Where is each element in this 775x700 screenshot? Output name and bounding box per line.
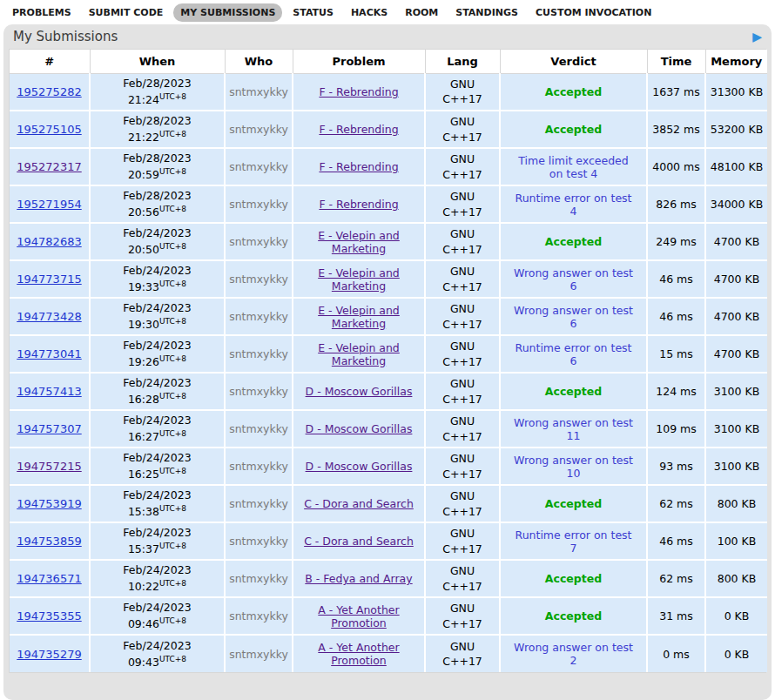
- problem-link[interactable]: D - Moscow Gorillas: [306, 460, 413, 473]
- language-label: GNU C++17: [442, 602, 482, 630]
- submission-time-cell: 124 ms: [647, 373, 705, 410]
- user-handle-link[interactable]: sntmxykky: [229, 535, 288, 548]
- execution-time: 62 ms: [659, 497, 693, 510]
- user-handle-link[interactable]: sntmxykky: [229, 497, 288, 510]
- problem-link[interactable]: A - Yet Another Promotion: [318, 641, 399, 667]
- submission-lang-cell: GNU C++17: [425, 335, 500, 373]
- problem-link[interactable]: F - Rebrending: [319, 160, 398, 173]
- expand-arrow-icon[interactable]: ▶: [752, 30, 762, 43]
- submission-problem-cell: F - Rebrending: [293, 73, 425, 111]
- nav-item-problems[interactable]: PROBLEMS: [5, 3, 78, 22]
- user-handle-link[interactable]: sntmxykky: [229, 422, 288, 435]
- submission-id-link[interactable]: 194757413: [17, 385, 81, 398]
- submission-time: 15:37UTC+8: [94, 541, 220, 558]
- user-handle-link[interactable]: sntmxykky: [229, 235, 288, 248]
- language-label: GNU C++17: [442, 115, 482, 144]
- user-handle-link[interactable]: sntmxykky: [229, 310, 288, 323]
- user-handle-link[interactable]: sntmxykky: [229, 460, 288, 473]
- page-title: My Submissions: [13, 29, 118, 44]
- timezone-label: UTC+8: [159, 354, 186, 363]
- user-handle-link[interactable]: sntmxykky: [229, 123, 288, 136]
- submission-when: Feb/28/2023 21:22UTC+8: [94, 112, 220, 146]
- user-handle-link[interactable]: sntmxykky: [229, 572, 288, 585]
- problem-link[interactable]: D - Moscow Gorillas: [306, 385, 413, 398]
- nav-item-room[interactable]: ROOM: [398, 3, 445, 22]
- submission-id-link[interactable]: 195275282: [17, 85, 81, 98]
- nav-item-submit-code[interactable]: SUBMIT CODE: [82, 3, 171, 22]
- nav-item-custom-invocation[interactable]: CUSTOM INVOCATION: [529, 3, 658, 22]
- problem-link[interactable]: A - Yet Another Promotion: [318, 603, 399, 629]
- user-handle-link[interactable]: sntmxykky: [229, 347, 288, 360]
- submission-id-link[interactable]: 195271954: [17, 198, 81, 211]
- user-handle-link[interactable]: sntmxykky: [229, 160, 288, 173]
- timezone-label: UTC+8: [159, 317, 186, 326]
- submission-problem-cell: C - Dora and Search: [293, 485, 425, 522]
- submission-memory-cell: 48100 KB: [705, 148, 767, 185]
- user-handle-link[interactable]: sntmxykky: [229, 273, 288, 286]
- submission-when-cell: Feb/24/2023 16:28UTC+8: [90, 373, 225, 410]
- submission-id-cell: 195275282: [10, 73, 90, 111]
- submission-id-link[interactable]: 194782683: [17, 235, 81, 248]
- submission-id-link[interactable]: 194773715: [17, 273, 81, 286]
- nav-item-status[interactable]: STATUS: [286, 3, 340, 22]
- user-handle-link[interactable]: sntmxykky: [229, 85, 288, 98]
- submission-id-link[interactable]: 194735279: [17, 648, 81, 661]
- execution-time: 124 ms: [656, 385, 697, 398]
- language-label: GNU C++17: [442, 527, 482, 555]
- submission-id-link[interactable]: 195275105: [17, 123, 81, 136]
- submission-row: 194753919 Feb/24/2023 15:38UTC+8 sntmxyk…: [10, 485, 767, 522]
- submission-id-link[interactable]: 194773041: [17, 347, 81, 360]
- submission-verdict-cell: Wrong answer on test 11: [500, 410, 647, 448]
- verdict-text: Time limit exceeded on test 4: [508, 154, 639, 180]
- problem-link[interactable]: C - Dora and Search: [304, 497, 414, 510]
- submission-time: 19:33UTC+8: [94, 279, 220, 296]
- language-label: GNU C++17: [442, 340, 482, 368]
- submission-row: 194773715 Feb/24/2023 19:33UTC+8 sntmxyk…: [10, 260, 767, 298]
- problem-link[interactable]: C - Dora and Search: [304, 535, 414, 548]
- submission-id-link[interactable]: 194757215: [17, 460, 81, 473]
- submission-id-link[interactable]: 194753919: [17, 497, 81, 510]
- submission-problem-cell: E - Velepin and Marketing: [293, 298, 425, 335]
- submission-row: 195272317 Feb/28/2023 20:59UTC+8 sntmxyk…: [10, 148, 767, 185]
- submission-problem-cell: E - Velepin and Marketing: [293, 223, 425, 260]
- user-handle-link[interactable]: sntmxykky: [229, 648, 288, 661]
- submission-id-link[interactable]: 194735355: [17, 609, 81, 623]
- timezone-label: UTC+8: [159, 429, 186, 438]
- submissions-table: #WhenWhoProblemLangVerdictTimeMemory 195…: [10, 50, 767, 672]
- problem-link[interactable]: E - Velepin and Marketing: [318, 304, 400, 330]
- submission-id-link[interactable]: 194736571: [17, 572, 81, 585]
- submission-id-link[interactable]: 194757307: [17, 422, 81, 435]
- verdict-text: Runtime error on test 4: [508, 192, 639, 218]
- submission-problem-cell: F - Rebrending: [293, 185, 425, 223]
- submission-lang-cell: GNU C++17: [425, 448, 500, 485]
- user-handle-link[interactable]: sntmxykky: [229, 385, 288, 398]
- memory-usage: 4700 KB: [714, 273, 760, 286]
- timezone-label: UTC+8: [159, 579, 186, 588]
- problem-link[interactable]: E - Velepin and Marketing: [318, 266, 400, 293]
- timezone-label: UTC+8: [159, 542, 186, 550]
- submission-id-link[interactable]: 195272317: [17, 160, 81, 173]
- submission-verdict-cell: Accepted: [500, 560, 647, 597]
- problem-link[interactable]: F - Rebrending: [319, 123, 398, 136]
- submission-lang-cell: GNU C++17: [425, 410, 500, 448]
- problem-link[interactable]: E - Velepin and Marketing: [318, 229, 400, 255]
- nav-item-standings[interactable]: STANDINGS: [448, 3, 525, 22]
- problem-link[interactable]: B - Fedya and Array: [305, 572, 412, 585]
- nav-item-hacks[interactable]: HACKS: [344, 3, 394, 22]
- problem-link[interactable]: D - Moscow Gorillas: [306, 422, 413, 435]
- submission-id-link[interactable]: 194753859: [17, 535, 81, 548]
- submission-time: 16:28UTC+8: [94, 391, 220, 408]
- user-handle-link[interactable]: sntmxykky: [229, 609, 288, 623]
- problem-link[interactable]: F - Rebrending: [319, 198, 398, 211]
- submission-id-cell: 195275105: [10, 111, 90, 148]
- problem-link[interactable]: F - Rebrending: [319, 85, 398, 98]
- submission-id-link[interactable]: 194773428: [17, 310, 81, 323]
- user-handle-link[interactable]: sntmxykky: [229, 198, 288, 211]
- nav-item-my-submissions[interactable]: MY SUBMISSIONS: [173, 3, 282, 22]
- submission-when: Feb/24/2023 16:25UTC+8: [94, 449, 220, 483]
- verdict-text: Accepted: [542, 497, 605, 510]
- submission-verdict-cell: Runtime error on test 7: [500, 522, 647, 560]
- submission-date: Feb/24/2023: [94, 374, 220, 391]
- memory-usage: 800 KB: [718, 572, 757, 585]
- problem-link[interactable]: E - Velepin and Marketing: [318, 341, 400, 367]
